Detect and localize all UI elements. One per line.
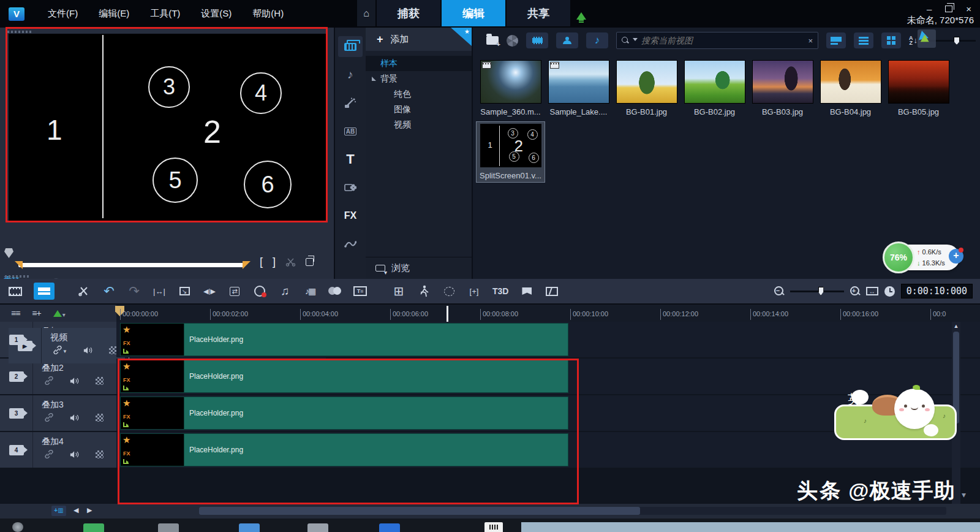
grid-button[interactable]: ⊞ [392,283,405,300]
resize-button[interactable]: ↘ [178,283,191,300]
track-volume-icon[interactable] [70,450,80,458]
speed-plus-button[interactable]: + [949,249,963,264]
menu-item[interactable]: 帮助(H) [252,8,284,20]
transition-gallery-icon[interactable]: AB [338,121,363,142]
search-clear-icon[interactable]: × [808,36,813,45]
filter-photo-button[interactable] [556,32,578,48]
taskbar-app-icon[interactable] [379,523,400,532]
timeline-ruler[interactable]: ≡≡ ≡+ 00:00:00:0000:00:02:0000:00:04:000… [0,303,980,322]
track-header[interactable]: 2叠加2 [0,359,116,394]
track-volume-icon[interactable] [70,377,80,385]
timeline-zoom-slider[interactable] [790,286,844,296]
link-icon[interactable] [44,413,54,422]
menu-item[interactable]: 编辑(E) [99,8,129,20]
browse-button[interactable]: 浏览 [366,257,472,279]
thumbnail[interactable] [888,60,949,104]
timeline-clip[interactable]: ★FXPlaceHolder.png [120,397,568,430]
auto-music-button[interactable]: ♪▦ [303,283,317,300]
library-item[interactable]: Sample_360.m... [477,58,545,118]
trim-bar[interactable] [18,263,244,267]
title-gallery-icon[interactable]: T [338,149,363,170]
zoom-out-icon[interactable]: − [774,286,784,296]
track-transparency-icon[interactable] [109,346,117,354]
library-search[interactable]: × [616,32,818,49]
swap-button[interactable]: ⇄ [228,283,241,300]
close-button[interactable]: × [966,4,971,14]
category-图像[interactable]: 图像 [366,102,472,117]
link-icon[interactable] [44,376,54,385]
minimize-button[interactable]: – [927,4,932,14]
filter-video-button[interactable] [526,32,548,48]
filter-audio-button[interactable]: ♪ [586,32,608,48]
category-视频[interactable]: 视频 [366,117,472,132]
split-clip-scissors-icon[interactable] [285,257,296,267]
instant-project-icon[interactable] [338,93,363,113]
track-header[interactable]: ▶视频▼ [9,328,125,363]
view-thumbnail-button[interactable] [881,32,901,48]
track-header[interactable]: 4叠加4 [0,432,116,468]
expand-triangle-icon[interactable] [372,77,376,81]
3d-title-button[interactable]: T3D [492,283,508,300]
library-item[interactable]: BG-B03.jpg [748,58,816,118]
add-track-button[interactable]: +▥ [51,506,66,516]
library-item[interactable]: BG-B04.jpg [816,58,884,118]
thumbnail[interactable] [616,60,677,104]
horizontal-scrollbar[interactable] [199,507,946,515]
thumbnail[interactable]: 123456 [480,124,541,167]
sort-az-icon[interactable]: AZ ↓ [909,36,918,45]
redo-button[interactable]: ↷ [127,283,141,300]
motion-path-gallery-icon[interactable] [338,234,363,254]
timeline-clip[interactable]: ★FXPlaceHolder.png [120,360,568,393]
trim-end-handle[interactable] [243,261,251,269]
stabilize-button[interactable]: [+] [467,283,481,300]
category-背景[interactable]: 背景 [366,71,472,86]
track-transparency-icon[interactable] [96,377,104,385]
import-folder-icon[interactable] [486,36,499,45]
thumbnail[interactable] [820,60,881,104]
scroll-right-button[interactable]: ▶ [87,506,92,514]
tab-capture[interactable]: 捕获 [377,0,440,26]
trim-start-handle[interactable] [15,261,23,269]
link-icon[interactable] [44,450,54,458]
enlarge-preview-icon[interactable] [306,258,314,266]
timeline-clip[interactable]: ★FXPlaceHolder.png [120,323,568,356]
net-speed-widget[interactable]: 76% ↑ 0.6K/s ↓ 16.3K/s + [883,243,962,273]
fx-gallery-icon[interactable]: FX [338,205,363,226]
taskbar-app-icon[interactable] [307,523,328,532]
duration-clock-icon[interactable] [884,286,895,297]
scroll-left-button[interactable]: ◀ [74,506,78,514]
library-item[interactable]: BG-B02.jpg [680,58,748,118]
thumbnail[interactable] [752,60,813,104]
pin-icon[interactable] [451,28,472,46]
track-manager-icon[interactable]: ≡≡ [11,308,20,318]
thumbnail[interactable] [548,60,609,104]
start-button[interactable] [12,522,23,532]
audio-mixer-button[interactable]: ♫ [278,283,292,300]
taskbar-active-app[interactable] [484,522,503,532]
storyboard-view-button[interactable] [9,283,22,300]
taskbar-app-icon[interactable] [239,523,260,532]
fit-project-button[interactable]: |↔| [153,283,166,300]
search-dropdown-icon[interactable] [633,38,638,44]
subtitle-editor-button[interactable]: T≡ [353,283,367,300]
capture-aperture-icon[interactable] [507,35,518,47]
mark-in-button[interactable]: [ [260,256,263,268]
menu-item[interactable]: 工具(T) [150,8,180,20]
media-gallery-icon[interactable] [338,36,363,57]
taskbar-app-icon[interactable] [83,523,104,532]
library-item[interactable]: Sample_Lake.... [545,58,612,118]
scroll-up-icon[interactable]: ▲ [952,322,960,330]
menu-item[interactable]: 设置(S) [201,8,232,20]
tab-share[interactable]: 共享 [507,0,570,26]
category-样本[interactable]: 样本 [366,56,472,71]
split-screen-template-button[interactable] [545,283,559,300]
customize-motion-button[interactable] [442,283,456,300]
motion-tracking-button[interactable] [417,283,431,300]
timeline-view-button[interactable] [34,283,55,300]
mask-creator-button[interactable] [520,283,533,300]
menu-item[interactable]: 文件(F) [48,8,78,20]
track-content[interactable]: ★FXPlaceHolder.png [116,322,980,357]
tools-button[interactable] [77,283,91,300]
project-duration[interactable]: 0:00:10:000 [901,284,973,298]
search-input[interactable] [641,36,804,45]
